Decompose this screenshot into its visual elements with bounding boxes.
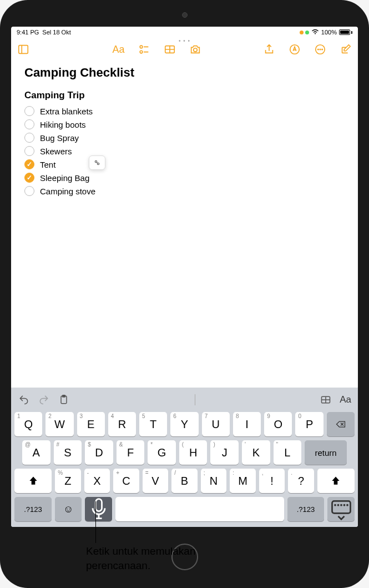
table-icon[interactable] <box>163 43 176 56</box>
key-o[interactable]: 9O <box>264 412 292 436</box>
checklist-item[interactable]: Skewers <box>24 144 345 158</box>
check-circle-icon[interactable] <box>24 146 34 156</box>
checklist-item[interactable]: Extra blankets <box>24 104 345 118</box>
key-sub-label: & <box>119 441 123 448</box>
key-j[interactable]: )J <box>210 440 239 465</box>
space-key[interactable] <box>115 497 284 521</box>
key-l[interactable]: "L <box>274 440 302 465</box>
key-sub-label: * <box>150 441 153 448</box>
key-main-label: G <box>158 446 166 459</box>
key-w[interactable]: 2W <box>46 412 73 436</box>
hide-keyboard-key[interactable] <box>327 497 355 521</box>
note-title[interactable]: Camping Checklist <box>24 66 345 80</box>
check-circle-icon[interactable] <box>24 186 34 196</box>
checklist-item-label[interactable]: Camping stove <box>40 187 95 196</box>
checklist-item[interactable]: Hiking boots <box>24 118 345 131</box>
format-shortcut-icon[interactable]: Aa <box>340 394 351 405</box>
checklist-item-label[interactable]: Tent <box>40 160 55 169</box>
prediction-separator <box>195 394 195 405</box>
more-icon[interactable] <box>314 43 327 56</box>
insertion-cursor-popup[interactable] <box>89 155 105 170</box>
key-sub-label: % <box>58 470 63 476</box>
key-sub-label: ; <box>204 470 205 476</box>
checklist-item[interactable]: Camping stove <box>24 184 345 198</box>
note-subhead[interactable]: Camping Trip <box>24 90 345 101</box>
callout-text: Ketik untuk memulakan perencanaan. <box>86 544 252 572</box>
key-a[interactable]: @A <box>22 440 50 465</box>
key-sub-label: 4 <box>111 413 114 419</box>
markup-icon[interactable] <box>288 43 301 56</box>
shift-key-right[interactable] <box>317 469 355 493</box>
emoji-key[interactable]: ☺ <box>55 497 82 521</box>
camera-icon[interactable] <box>189 43 202 56</box>
key-c[interactable]: +C <box>113 469 139 493</box>
note-content[interactable]: Camping Checklist Camping Trip Extra bla… <box>11 61 358 388</box>
key-main-label: E <box>87 418 94 431</box>
key-main-label: V <box>151 475 159 488</box>
keyboard-toolbar: Aa <box>13 390 356 410</box>
key-i[interactable]: 8I <box>233 412 261 436</box>
key-b[interactable]: /B <box>171 469 198 493</box>
table-shortcut-icon[interactable] <box>320 394 332 406</box>
checklist-item-label[interactable]: Hiking boots <box>40 120 86 129</box>
checklist-item[interactable]: Bug Spray <box>24 131 345 144</box>
checklist-item[interactable]: Sleeping Bag <box>24 171 345 184</box>
clipboard-icon[interactable] <box>58 394 70 406</box>
key-main-label: B <box>181 475 188 488</box>
check-circle-icon[interactable] <box>24 159 34 169</box>
key-m[interactable]: :M <box>230 469 256 493</box>
wifi-icon <box>311 28 319 36</box>
key-r[interactable]: 4R <box>108 412 136 436</box>
key-main-label: S <box>64 446 71 459</box>
key-y[interactable]: 6Y <box>170 412 198 436</box>
undo-icon[interactable] <box>18 394 30 406</box>
checklist-item[interactable]: Tent <box>24 158 345 171</box>
key-h[interactable]: (H <box>179 440 208 465</box>
key-k[interactable]: 'K <box>242 440 270 465</box>
key-f[interactable]: &F <box>117 440 145 465</box>
key-e[interactable]: 3E <box>77 412 105 436</box>
backspace-key[interactable] <box>327 412 355 436</box>
svg-point-3 <box>140 46 143 48</box>
sidebar-toggle-icon[interactable] <box>17 43 30 56</box>
key-g[interactable]: *G <box>148 440 176 465</box>
share-icon[interactable] <box>262 43 276 56</box>
check-circle-icon[interactable] <box>24 173 34 183</box>
key-main-label: ? <box>298 475 304 488</box>
checklist-item-label[interactable]: Sleeping Bag <box>40 173 89 183</box>
key-t[interactable]: 5T <box>139 412 167 436</box>
numbers-key[interactable]: .?123 <box>14 497 52 521</box>
numbers-key-right[interactable]: .?123 <box>287 497 325 521</box>
key-sub-label: 6 <box>173 413 176 419</box>
checklist-item-label[interactable]: Skewers <box>40 147 72 156</box>
key-sub-label: - <box>87 470 89 476</box>
check-circle-icon[interactable] <box>24 133 34 143</box>
key-x[interactable]: -X <box>84 469 110 493</box>
key-q[interactable]: 1Q <box>14 412 42 436</box>
key-?[interactable]: .? <box>288 469 314 493</box>
privacy-indicators <box>300 31 309 34</box>
key-sub-label: 8 <box>236 413 239 419</box>
return-key[interactable]: return <box>305 440 347 465</box>
format-text-icon[interactable]: Aa <box>112 43 125 56</box>
dictation-key[interactable] <box>85 497 112 521</box>
check-circle-icon[interactable] <box>24 106 34 116</box>
compose-icon[interactable] <box>339 43 352 56</box>
status-date: Sel 18 Okt <box>42 29 70 36</box>
key-d[interactable]: $D <box>85 440 113 465</box>
redo-icon[interactable] <box>38 394 50 406</box>
checklist-item-label[interactable]: Extra blankets <box>40 107 93 116</box>
checklist-icon[interactable] <box>138 43 151 56</box>
key-n[interactable]: ;N <box>201 469 227 493</box>
key-sub-label: 0 <box>298 413 301 419</box>
key-z[interactable]: %Z <box>55 469 81 493</box>
key-![interactable]: ,! <box>259 469 285 493</box>
shift-key-left[interactable] <box>14 469 52 493</box>
key-sub-label: 3 <box>80 413 83 419</box>
check-circle-icon[interactable] <box>24 119 34 129</box>
key-p[interactable]: 0P <box>295 412 323 436</box>
checklist-item-label[interactable]: Bug Spray <box>40 133 79 143</box>
key-s[interactable]: #S <box>54 440 82 465</box>
key-u[interactable]: 7U <box>202 412 230 436</box>
key-v[interactable]: =V <box>143 469 169 493</box>
